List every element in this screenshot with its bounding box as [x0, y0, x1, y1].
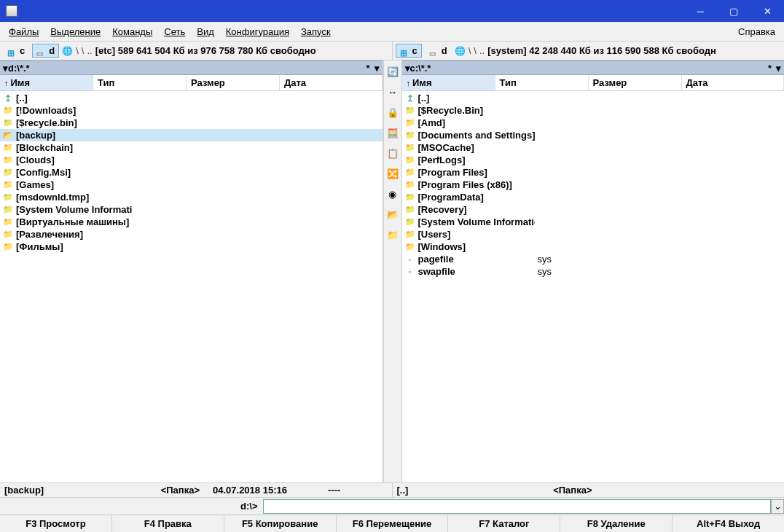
path-separator[interactable]: \ — [469, 45, 471, 56]
list-item[interactable]: [Documents and Settings] — [402, 129, 785, 141]
menu-help[interactable]: Справка — [732, 24, 781, 39]
list-item[interactable]: [Games] — [0, 179, 383, 191]
col-type[interactable]: Тип — [495, 75, 589, 90]
list-item[interactable]: [Blockchain] — [0, 141, 383, 154]
maximize-button[interactable]: ▢ — [717, 0, 750, 22]
filelist-right[interactable]: [..][$Recycle.Bin][Amd][Documents and Se… — [402, 91, 785, 482]
list-item[interactable]: [..] — [0, 92, 383, 104]
col-name[interactable]: Имя — [0, 75, 93, 90]
list-item[interactable]: [Amd] — [402, 117, 785, 129]
history-dropdown-icon[interactable]: ▾ — [776, 63, 781, 74]
midbar-button-5[interactable]: 🔀 — [386, 167, 399, 180]
col-size[interactable]: Размер — [589, 75, 682, 90]
list-item[interactable]: [backup] — [0, 129, 383, 141]
item-name: [Виртуальные машины] — [16, 216, 129, 227]
path-separator[interactable]: .. — [479, 45, 485, 56]
midbar-button-8[interactable]: 📁 — [386, 228, 399, 241]
panel-left: ▾ d:\*.* * ▾ Имя Тип Размер Дата [..][!D… — [0, 60, 383, 482]
menu-net[interactable]: Сеть — [158, 24, 191, 39]
drive-button-c[interactable]: c — [396, 44, 422, 58]
folder-open-icon — [3, 130, 13, 141]
drive-button-c[interactable]: c — [3, 44, 29, 58]
midbar-button-2[interactable]: 🔒 — [386, 106, 399, 119]
history-dropdown-icon[interactable]: ▾ — [375, 63, 380, 74]
col-size[interactable]: Размер — [187, 75, 280, 90]
list-item[interactable]: [Windows] — [402, 240, 785, 253]
fkey-button[interactable]: Alt+F4 Выход — [673, 515, 784, 532]
list-item[interactable]: [MSOCache] — [402, 141, 785, 154]
menu-select[interactable]: Выделение — [44, 24, 106, 39]
item-name: [Program Files (x86)] — [418, 179, 512, 190]
col-type[interactable]: Тип — [93, 75, 187, 90]
list-item[interactable]: [$recycle.bin] — [0, 117, 383, 129]
menu-files[interactable]: Файлы — [3, 24, 44, 39]
item-type: sys — [538, 266, 590, 277]
midbar-button-7[interactable]: 📂 — [386, 208, 399, 221]
chevron-down-icon[interactable]: ▾ — [405, 63, 410, 74]
drive-button-d[interactable]: d — [32, 44, 59, 58]
cmd-history-dropdown[interactable]: ⌄ — [771, 499, 784, 514]
list-item[interactable]: [PerfLogs] — [402, 154, 785, 166]
path-separator[interactable]: \ — [474, 45, 477, 56]
fkey-button[interactable]: F5 Копирование — [224, 515, 337, 532]
fkey-button[interactable]: F4 Правка — [112, 515, 224, 532]
list-item[interactable]: [Развлечения] — [0, 228, 383, 240]
path-separator[interactable]: .. — [87, 45, 92, 56]
item-name: [$Recycle.Bin] — [418, 105, 484, 116]
fkey-button[interactable]: F7 Каталог — [448, 515, 560, 532]
folder-icon — [405, 168, 415, 178]
col-date[interactable]: Дата — [682, 75, 785, 90]
fkey-button[interactable]: F3 Просмотр — [0, 515, 112, 532]
midbar-button-3[interactable]: 🧮 — [386, 126, 399, 139]
drive-button-d[interactable]: d — [425, 44, 452, 58]
close-button[interactable]: ✕ — [750, 0, 784, 22]
pathbar-left[interactable]: ▾ d:\*.* * ▾ — [0, 60, 383, 75]
cmd-input[interactable] — [263, 499, 771, 514]
list-item[interactable]: [Recovery] — [402, 203, 785, 216]
list-item[interactable]: [Users] — [402, 228, 785, 240]
list-item[interactable]: [Config.Msi] — [0, 166, 383, 179]
list-item[interactable]: [System Volume Information] — [0, 203, 383, 216]
list-item[interactable]: [Виртуальные машины] — [0, 216, 383, 228]
menu-start[interactable]: Запуск — [295, 24, 337, 39]
list-item[interactable]: [$Recycle.Bin] — [402, 104, 785, 117]
list-item[interactable]: [Program Files (x86)] — [402, 179, 785, 191]
col-name[interactable]: Имя — [402, 75, 495, 90]
list-item[interactable]: [Program Files] — [402, 166, 785, 179]
item-name: [Развлечения] — [16, 229, 83, 240]
list-item[interactable]: [Фильмы] — [0, 240, 383, 253]
middlebar: 🔄↔🔒🧮📋🔀◉📂📁 — [383, 60, 402, 482]
fkey-button[interactable]: F6 Перемещение — [337, 515, 449, 532]
menu-view[interactable]: Вид — [191, 24, 220, 39]
menu-commands[interactable]: Команды — [106, 24, 158, 39]
list-item[interactable]: pagefilesys — [402, 253, 785, 265]
midbar-button-0[interactable]: 🔄 — [386, 65, 399, 78]
list-item[interactable]: [msdownld.tmp] — [0, 191, 383, 203]
filelist-left[interactable]: [..][!Downloads][$recycle.bin][backup][B… — [0, 91, 383, 482]
midbar-button-1[interactable]: ↔ — [386, 85, 399, 98]
fkey-button[interactable]: F8 Удаление — [560, 515, 673, 532]
pathbar-right[interactable]: ▾ c:\*.* * ▾ — [402, 60, 785, 75]
chevron-down-icon[interactable]: ▾ — [3, 63, 8, 74]
menu-config[interactable]: Конфигурация — [220, 24, 295, 39]
drive-icon — [7, 47, 17, 55]
list-item[interactable]: [Clouds] — [0, 154, 383, 166]
network-icon[interactable] — [455, 45, 466, 56]
favorites-icon[interactable]: * — [361, 63, 374, 74]
path-separator[interactable]: \ — [76, 45, 79, 56]
list-item[interactable]: [!Downloads] — [0, 104, 383, 117]
minimize-button[interactable]: ─ — [683, 0, 717, 22]
list-item[interactable]: [ProgramData] — [402, 191, 785, 203]
list-item[interactable]: [..] — [402, 92, 785, 104]
folder-icon — [3, 217, 13, 227]
list-item[interactable]: [System Volume Information] — [402, 216, 785, 228]
col-date[interactable]: Дата — [280, 75, 383, 90]
list-item[interactable]: swapfilesys — [402, 265, 785, 278]
midbar-button-4[interactable]: 📋 — [386, 146, 399, 160]
status-attr: ---- — [328, 485, 357, 496]
network-icon[interactable] — [62, 45, 73, 56]
panel-right: ▾ c:\*.* * ▾ Имя Тип Размер Дата [..][$R… — [402, 60, 785, 482]
path-separator[interactable]: \ — [82, 45, 85, 56]
midbar-button-6[interactable]: ◉ — [386, 187, 399, 200]
favorites-icon[interactable]: * — [764, 63, 776, 74]
